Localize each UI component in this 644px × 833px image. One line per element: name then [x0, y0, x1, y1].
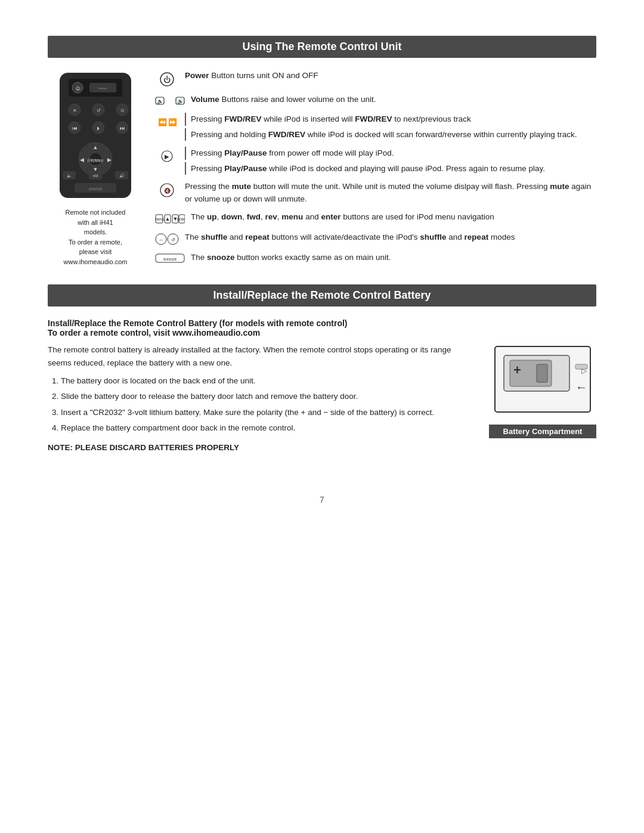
- battery-compartment-svg: + ← ▷: [492, 343, 593, 421]
- remote-caption: Remote not included with all iH41 models…: [64, 208, 128, 267]
- battery-step-1: The battery door is located on the back …: [61, 374, 471, 388]
- nav-icon: menu ▲ ▼ enter: [155, 211, 185, 225]
- svg-text:snooze: snooze: [163, 257, 177, 261]
- play-pause-bracket: Pressing Play/Pause from power off mode …: [185, 147, 596, 175]
- play-pause-item-2: Pressing Play/Pause while iPod is docked…: [185, 162, 596, 175]
- svg-text:⏻: ⏻: [75, 86, 80, 91]
- svg-rect-65: [537, 364, 547, 382]
- svg-text:◀: ◀: [80, 157, 84, 163]
- battery-content: The remote control battery is already in…: [48, 343, 596, 459]
- svg-text:⏻: ⏻: [163, 76, 171, 84]
- battery-compartment-label: Battery Compartment: [489, 425, 596, 438]
- fwd-rev-bracket: Pressing FWD/REV while iPod is inserted …: [185, 113, 596, 141]
- power-desc-text: Power Button turns unit ON and OFF: [185, 70, 596, 82]
- svg-text:🔈: 🔈: [157, 98, 164, 105]
- snooze-desc-row: snooze The snooze button works exactly s…: [155, 252, 596, 264]
- svg-text:menu: menu: [155, 217, 165, 221]
- svg-text:iHome: iHome: [87, 157, 104, 163]
- shuffle-repeat-desc-text: The shuffle and repeat buttons will acti…: [185, 231, 596, 243]
- svg-text:⏪: ⏪: [158, 117, 167, 126]
- remote-image-column: ⏻ menu ✕ ↺ ⊙: [48, 70, 143, 267]
- svg-text:▶: ▶: [165, 153, 169, 160]
- svg-text:↔: ↔: [159, 237, 163, 243]
- svg-text:🔇: 🔇: [164, 187, 171, 194]
- svg-text:inc.: inc.: [93, 164, 98, 168]
- shuffle-repeat-icon: ↔ ↺: [155, 231, 179, 246]
- fwd-rev-icon: ⏪⏩: [155, 113, 179, 128]
- battery-step-3: Insert a "CR2032" 3-volt lithium battery…: [61, 405, 471, 420]
- battery-subtitle: To order a remote control, visit www.iho…: [48, 328, 596, 337]
- svg-text:🔈: 🔈: [67, 173, 72, 178]
- volume-desc-row: 🔈🔊 Volume Buttons raise and lower volume…: [155, 94, 596, 107]
- battery-section-header: Install/Replace the Remote Control Batte…: [48, 284, 596, 306]
- svg-text:←: ←: [575, 380, 587, 394]
- svg-text:vol: vol: [93, 174, 98, 178]
- power-desc-row: ⏻ Power Button turns unit ON and OFF: [155, 70, 596, 88]
- battery-paragraph: The remote control battery is already in…: [48, 343, 471, 369]
- nav-desc-row: menu ▲ ▼ enter The up, down, fwd, rev, m…: [155, 211, 596, 225]
- battery-step-2: Slide the battery door to release the ba…: [61, 389, 471, 404]
- play-pause-desc-row: ▶ Pressing Play/Pause from power off mod…: [155, 147, 596, 175]
- svg-text:⏮: ⏮: [72, 125, 78, 131]
- power-icon: ⏻: [155, 70, 179, 88]
- volume-icon: 🔈🔊: [155, 94, 185, 107]
- svg-text:🔊: 🔊: [177, 98, 184, 105]
- svg-text:⏭: ⏭: [120, 125, 125, 131]
- svg-text:↺: ↺: [171, 237, 175, 243]
- nav-desc-text: The up, down, fwd, rev, menu and enter b…: [191, 211, 596, 223]
- battery-text-column: The remote control battery is already in…: [48, 343, 471, 459]
- snooze-icon: snooze: [155, 252, 185, 264]
- fwd-rev-item-1: Pressing FWD/REV while iPod is inserted …: [185, 113, 596, 126]
- snooze-desc-text: The snooze button works exactly same as …: [191, 252, 596, 264]
- battery-step-4: Replace the battery compartment door bac…: [61, 421, 471, 435]
- mute-desc-row: 🔇 Pressing the mute button will mute the…: [155, 181, 596, 205]
- svg-text:▲: ▲: [93, 144, 98, 150]
- svg-text:▶: ▶: [107, 157, 112, 163]
- svg-text:⊙: ⊙: [120, 108, 125, 113]
- svg-text:+: +: [513, 363, 521, 377]
- svg-text:▷: ▷: [581, 367, 587, 375]
- svg-text:↺: ↺: [97, 108, 101, 113]
- fwd-rev-item-2: Pressing and holding FWD/REV while iPod …: [185, 128, 596, 141]
- svg-text:snooze: snooze: [89, 187, 103, 191]
- svg-text:menu: menu: [98, 86, 107, 90]
- svg-text:✕: ✕: [73, 108, 77, 113]
- play-pause-icon: ▶: [155, 147, 179, 162]
- battery-image-column: + ← ▷ Battery Compartment: [489, 343, 596, 438]
- svg-text:enter: enter: [177, 217, 185, 221]
- svg-text:⏵: ⏵: [96, 125, 101, 131]
- remote-section-header: Using The Remote Control Unit: [48, 36, 596, 58]
- remote-section: Using The Remote Control Unit ⏻ menu: [48, 36, 596, 267]
- remote-descriptions: ⏻ Power Button turns unit ON and OFF 🔈🔊 …: [155, 70, 596, 264]
- remote-image: ⏻ menu ✕ ↺ ⊙: [54, 70, 137, 203]
- play-pause-item-1: Pressing Play/Pause from power off mode …: [185, 147, 596, 160]
- page-number: 7: [48, 495, 596, 504]
- remote-content: ⏻ menu ✕ ↺ ⊙: [48, 70, 596, 267]
- battery-steps-list: The battery door is located on the back …: [61, 374, 471, 435]
- battery-section: Install/Replace the Remote Control Batte…: [48, 284, 596, 459]
- mute-desc-text: Pressing the mute button will mute the u…: [185, 181, 596, 205]
- battery-title: Install/Replace the Remote Control Batte…: [48, 318, 596, 328]
- fwd-rev-desc-row: ⏪⏩ Pressing FWD/REV while iPod is insert…: [155, 113, 596, 141]
- svg-text:🔊: 🔊: [119, 173, 125, 178]
- shuffle-repeat-desc-row: ↔ ↺ The shuffle and repeat buttons will …: [155, 231, 596, 246]
- svg-text:⏩: ⏩: [168, 117, 177, 126]
- volume-desc-text: Volume Buttons raise and lower volume on…: [191, 94, 596, 106]
- battery-note: NOTE: PLEASE DISCARD BATTERIES PROPERLY: [48, 441, 471, 454]
- mute-icon: 🔇: [155, 181, 179, 199]
- svg-text:▲: ▲: [165, 216, 171, 222]
